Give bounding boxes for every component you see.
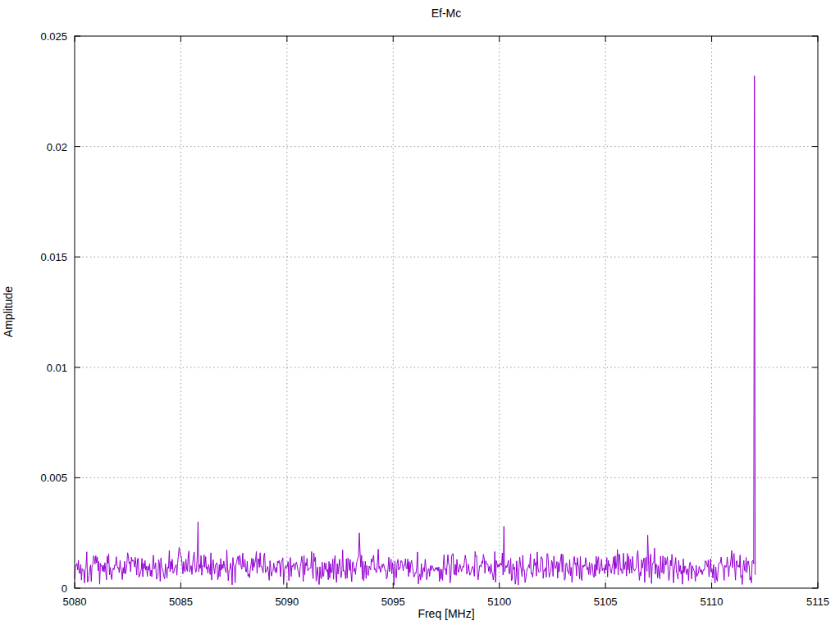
- y-tick-label: 0.015: [40, 251, 67, 263]
- x-tick-label: 5100: [487, 596, 511, 608]
- spectrum-chart: 5080508550905095510051055110511500.0050.…: [0, 0, 840, 630]
- chart-title: Ef-Mc: [431, 7, 462, 20]
- axis-ticks: [75, 36, 818, 588]
- plot-border: [75, 36, 818, 588]
- x-tick-label: 5085: [169, 596, 193, 608]
- chart-svg: 5080508550905095510051055110511500.0050.…: [0, 0, 840, 630]
- spectrum-line: [75, 76, 756, 586]
- x-tick-label: 5095: [381, 596, 405, 608]
- y-axis-label: Amplitude: [2, 286, 15, 337]
- x-tick-label: 5090: [275, 596, 299, 608]
- y-tick-label: 0.02: [47, 141, 67, 153]
- y-tick-label: 0.025: [40, 30, 67, 43]
- gridlines: [75, 36, 818, 588]
- x-tick-label: 5115: [806, 596, 829, 608]
- y-tick-label: 0.01: [47, 362, 67, 374]
- tick-labels: 5080508550905095510051055110511500.0050.…: [40, 30, 829, 608]
- x-axis-label: Freq [MHz]: [418, 607, 474, 620]
- y-tick-label: 0.005: [40, 472, 67, 484]
- y-tick-label: 0: [62, 582, 67, 595]
- x-tick-label: 5080: [63, 596, 87, 608]
- x-tick-label: 5110: [701, 596, 724, 608]
- x-tick-label: 5105: [594, 596, 618, 608]
